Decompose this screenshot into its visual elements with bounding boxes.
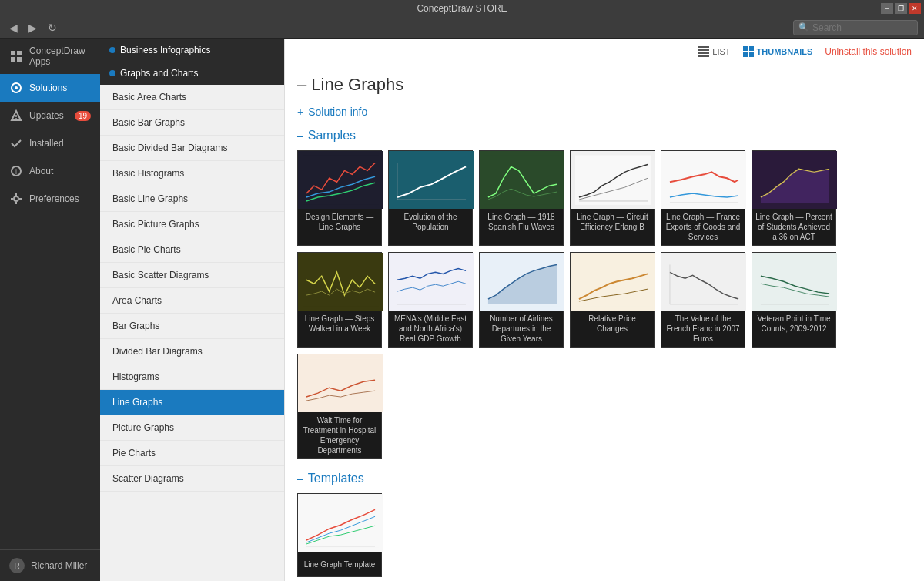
view-toggle: LIST THUMBNAILS [695,45,815,59]
svg-rect-2 [11,57,15,62]
apps-icon [9,49,23,63]
sample-label-7: Line Graph — Steps Walked in a Week [298,311,381,337]
svg-rect-20 [743,46,748,51]
sample-label-9: Number of Airlines Departures in the Giv… [480,311,563,347]
samples-grid: Design Elements — Line Graphs Evolution … [297,150,912,459]
updates-icon [9,109,23,123]
svg-rect-46 [303,358,379,408]
sample-card-9[interactable]: Number of Airlines Departures in the Giv… [479,252,564,348]
svg-rect-23 [749,52,754,57]
middle-nav: Business Infographics Graphs and Charts … [100,39,285,581]
svg-rect-22 [743,52,748,57]
section-graphs-charts[interactable]: Graphs and Charts [100,62,284,85]
sample-label-6: Line Graph — Percent of Students Achieve… [752,209,835,245]
nav-area-charts[interactable]: Area Charts [100,288,284,314]
view-thumbnails-button[interactable]: THUMBNAILS [740,45,816,59]
nav-basic-bar-graphs[interactable]: Basic Bar Graphs [100,110,284,136]
svg-rect-35 [303,257,379,306]
restore-button[interactable]: ❐ [895,3,907,14]
close-button[interactable]: ✕ [909,3,921,14]
sample-card-6[interactable]: Line Graph — Percent of Students Achieve… [752,150,836,246]
preferences-label: Preferences [29,193,79,204]
nav-basic-histograms[interactable]: Basic Histograms [100,161,284,186]
solution-info-label[interactable]: Solution info [308,106,367,118]
svg-rect-16 [698,46,709,48]
search-box: 🔍 [793,20,918,35]
samples-toggle[interactable]: – [297,129,303,142]
sample-card-4[interactable]: Line Graph — Circuit Efficiency Erlang B [570,150,654,246]
nav-picture-graphs[interactable]: Picture Graphs [100,415,284,441]
sample-label-1: Design Elements — Line Graphs [298,209,381,235]
nav-line-graphs[interactable]: Line Graphs [100,390,284,415]
sample-card-12[interactable]: Veteran Point in Time Counts, 2009-2012 [752,252,836,348]
installed-icon [9,136,23,150]
sidebar: ConceptDraw Apps Solutions Updates 19 In… [0,39,100,581]
sample-label-12: Veteran Point in Time Counts, 2009-2012 [752,311,835,337]
sample-img-1 [298,151,383,209]
sidebar-item-preferences[interactable]: Preferences [0,185,100,213]
sample-card-11[interactable]: The Value of the French Franc in 2007 Eu… [661,252,745,348]
updates-label: Updates [29,110,64,121]
sample-label-3: Line Graph — 1918 Spanish Flu Waves [480,209,563,235]
sample-card-2[interactable]: Evolution of the Population [388,150,473,246]
uninstall-button[interactable]: Uninstall this solution [825,46,912,57]
nav-basic-line-graphs[interactable]: Basic Line Graphs [100,186,284,212]
sample-img-6 [752,151,837,209]
sample-card-5[interactable]: Line Graph — France Exports of Goods and… [661,150,745,246]
svg-rect-24 [303,155,379,204]
nav-basic-scatter[interactable]: Basic Scatter Diagrams [100,263,284,288]
sample-label-10: Relative Price Changes [571,311,654,337]
nav-scatter-diagrams[interactable]: Scatter Diagrams [100,466,284,492]
sidebar-item-solutions[interactable]: Solutions [0,74,100,102]
nav-histograms[interactable]: Histograms [100,364,284,390]
back-button[interactable]: ◀ [6,20,21,35]
nav-divided-bar[interactable]: Divided Bar Diagrams [100,339,284,364]
nav-bar-graphs[interactable]: Bar Graphs [100,314,284,339]
svg-point-5 [15,86,18,89]
sample-img-5 [661,151,746,209]
templates-toggle[interactable]: – [297,472,303,485]
sample-card-10[interactable]: Relative Price Changes [570,252,654,348]
user-name: Richard Miller [31,560,87,571]
templates-title[interactable]: Templates [308,472,364,485]
preferences-icon [9,192,23,206]
sample-card-3[interactable]: Line Graph — 1918 Spanish Flu Waves [479,150,564,246]
nav-basic-picture-graphs[interactable]: Basic Picture Graphs [100,212,284,237]
sidebar-item-updates[interactable]: Updates 19 [0,102,100,129]
minimize-button[interactable]: – [881,3,893,14]
nav-pie-charts[interactable]: Pie Charts [100,441,284,466]
sample-label-13: Wait Time for Treatment in Hospital Emer… [298,412,381,458]
nav-basic-area-charts[interactable]: Basic Area Charts [100,85,284,110]
nav-basic-divided-bar[interactable]: Basic Divided Bar Diagrams [100,136,284,161]
sidebar-item-apps[interactable]: ConceptDraw Apps [0,39,100,74]
section-business-infographics[interactable]: Business Infographics [100,39,284,62]
nav-basic-pie-charts[interactable]: Basic Pie Charts [100,237,284,263]
sample-img-8 [389,253,474,311]
refresh-button[interactable]: ↻ [45,20,60,35]
sample-card-7[interactable]: Line Graph — Steps Walked in a Week [297,252,382,348]
search-input[interactable] [812,22,912,33]
search-icon: 🔍 [798,22,809,32]
sample-img-7 [298,253,383,311]
view-list-button[interactable]: LIST [695,45,733,59]
section-label: Business Infographics [120,45,210,55]
sample-img-11 [661,253,746,311]
sample-card-13[interactable]: Wait Time for Treatment in Hospital Emer… [297,354,382,459]
svg-point-8 [15,118,17,119]
samples-title[interactable]: Samples [308,129,356,143]
sample-img-12 [752,253,837,311]
user-profile[interactable]: R Richard Miller [0,550,100,581]
sidebar-item-about[interactable]: i About [0,157,100,185]
sidebar-bottom: R Richard Miller [0,549,100,581]
sidebar-item-installed[interactable]: Installed [0,129,100,157]
solution-info-toggle[interactable]: + [297,106,303,118]
sample-img-3 [480,151,564,209]
svg-rect-47 [303,498,379,547]
sample-card-1[interactable]: Design Elements — Line Graphs [297,150,382,246]
content-body: – Line Graphs + Solution info – Samples [285,65,924,581]
template-card-1[interactable]: Line Graph Template [297,493,382,577]
sample-card-8[interactable]: MENA's (Middle East and North Africa's) … [388,252,473,348]
forward-button[interactable]: ▶ [25,20,40,35]
samples-header: – Samples [297,129,912,143]
section-bullet-2 [109,70,116,76]
